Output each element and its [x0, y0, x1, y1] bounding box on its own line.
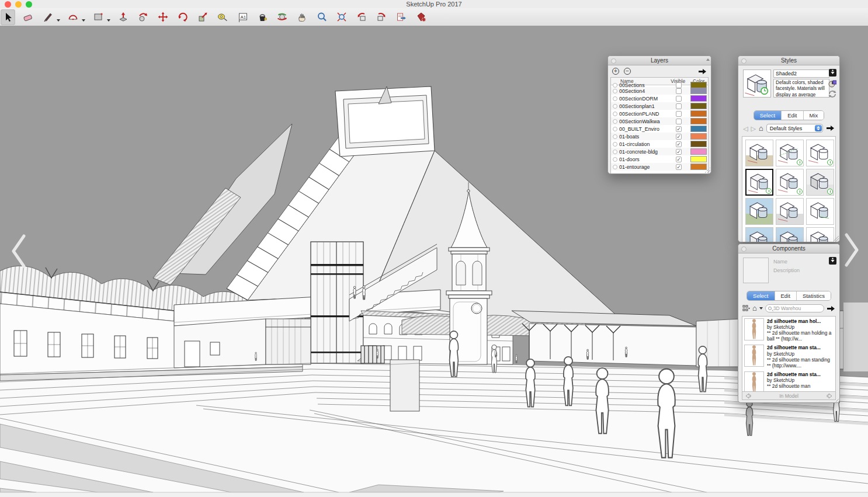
update-style-button[interactable] — [828, 79, 836, 88]
resize-grip[interactable] — [834, 236, 839, 241]
component-list-item[interactable]: 2d silhouette man sta...by SketchUp** 2d… — [742, 343, 835, 369]
layer-row[interactable]: 00Sectionplan1 — [611, 102, 708, 110]
tab-edit[interactable]: Edit — [775, 291, 797, 300]
layer-color-swatch[interactable] — [690, 164, 707, 170]
components-panel-title[interactable]: Components — [738, 244, 839, 253]
visible-checkbox[interactable]: ✓ — [676, 157, 682, 162]
layer-row[interactable]: 01-circulation✓ — [611, 140, 708, 148]
layer-color-swatch[interactable] — [690, 118, 707, 124]
tool-arc-button[interactable] — [65, 9, 80, 25]
panel-close-icon[interactable] — [741, 246, 747, 252]
home-icon[interactable]: ⌂ — [759, 125, 763, 132]
visible-checkbox[interactable]: ✓ — [676, 141, 682, 147]
style-thumbnail[interactable] — [776, 198, 804, 225]
current-layer-radio[interactable] — [613, 127, 617, 131]
back-arrow-icon[interactable]: ◁ — [743, 126, 748, 131]
style-thumbnail[interactable] — [806, 198, 834, 225]
layers-panel-title[interactable]: Layers — [608, 56, 711, 65]
create-style-button[interactable] — [829, 69, 836, 77]
tool-export-button[interactable] — [394, 9, 408, 25]
tool-scale-button[interactable] — [195, 9, 210, 25]
layer-color-swatch[interactable] — [690, 103, 707, 109]
visible-checkbox[interactable]: ✓ — [676, 164, 682, 170]
layers-detail-arrow-icon[interactable] — [698, 68, 707, 75]
style-thumbnail[interactable] — [806, 140, 834, 166]
layer-row[interactable]: 00SectionWalkwa — [611, 117, 708, 125]
style-thumbnail[interactable] — [776, 169, 804, 196]
layer-color-swatch[interactable] — [690, 95, 707, 102]
tool-follow-me-button[interactable] — [136, 9, 150, 25]
forward-arrow-icon[interactable]: ▷ — [751, 126, 755, 131]
tool-rectangle-button[interactable] — [91, 9, 105, 25]
resize-grip[interactable] — [705, 168, 710, 173]
in-model-home-icon[interactable]: ⌂ — [752, 305, 757, 312]
current-layer-radio[interactable] — [613, 96, 617, 101]
layer-color-swatch[interactable] — [690, 141, 707, 147]
layer-color-swatch[interactable] — [690, 148, 707, 155]
panel-close-icon[interactable] — [741, 58, 747, 64]
layer-row[interactable]: 01-entourage✓ — [611, 163, 708, 171]
tool-zoom-extents-button[interactable] — [334, 9, 349, 25]
style-thumbnail[interactable] — [776, 227, 804, 242]
current-layer-radio[interactable] — [613, 112, 617, 116]
add-layer-button[interactable]: + — [612, 68, 619, 75]
component-list-item[interactable]: 2d silhouette man hol...by SketchUp** 2d… — [742, 317, 835, 343]
tool-eraser-button[interactable] — [20, 9, 35, 25]
current-layer-radio[interactable] — [613, 150, 617, 154]
components-detail-arrow-icon[interactable] — [827, 305, 835, 312]
style-thumbnail[interactable] — [745, 198, 773, 225]
arc-dropdown-caret[interactable] — [82, 19, 85, 22]
style-name-field[interactable]: Shaded2 — [773, 69, 829, 78]
current-layer-radio[interactable] — [613, 104, 617, 109]
tool-text-button[interactable]: A1 — [235, 9, 249, 25]
visible-checkbox[interactable] — [676, 82, 682, 88]
tool-paint-bucket-button[interactable] — [255, 9, 269, 25]
layer-color-swatch[interactable] — [690, 110, 707, 117]
style-thumbnail[interactable] — [806, 169, 834, 196]
tool-line-button[interactable] — [40, 9, 55, 25]
current-layer-radio[interactable] — [613, 142, 617, 147]
visible-checkbox[interactable]: ✓ — [676, 149, 682, 155]
layer-color-swatch[interactable] — [690, 126, 707, 132]
layer-row[interactable]: 00SectionDORM — [611, 95, 708, 102]
visible-checkbox[interactable] — [676, 111, 682, 117]
collections-caret-icon[interactable] — [759, 307, 763, 310]
create-component-button[interactable] — [829, 257, 836, 265]
tab-edit[interactable]: Edit — [782, 111, 803, 120]
rectangle-dropdown-caret[interactable] — [107, 19, 110, 22]
tab-statistics[interactable]: Statistics — [797, 291, 831, 300]
current-layer-radio[interactable] — [613, 89, 617, 93]
styles-panel-title[interactable]: Styles — [738, 56, 839, 65]
refresh-styles-icon[interactable] — [828, 90, 836, 98]
line-dropdown-caret[interactable] — [57, 19, 60, 22]
tool-push-pull-button[interactable] — [116, 9, 130, 25]
tool-move-button[interactable] — [155, 9, 170, 25]
visible-checkbox[interactable] — [676, 103, 682, 109]
resize-grip[interactable] — [834, 397, 839, 402]
layer-color-swatch[interactable] — [690, 156, 707, 162]
visible-checkbox[interactable]: ✓ — [676, 134, 682, 140]
panel-close-icon[interactable] — [611, 58, 616, 64]
tab-select[interactable]: Select — [747, 291, 775, 300]
style-collection-dropdown[interactable]: Default Styles — [766, 124, 823, 133]
layer-color-swatch[interactable] — [690, 88, 707, 94]
tool-rotate-button[interactable] — [175, 9, 190, 25]
style-description-field[interactable]: Default colors, shaded facestyle. Materi… — [773, 79, 829, 98]
page-back-icon[interactable] — [745, 393, 751, 399]
visible-checkbox[interactable] — [676, 88, 682, 94]
layer-row[interactable]: 00_BUILT_Enviro✓ — [611, 125, 708, 133]
tool-zoom-button[interactable] — [314, 9, 329, 25]
tool-pan-button[interactable] — [294, 9, 309, 25]
style-thumbnail[interactable] — [745, 169, 773, 196]
tool-tape-measure-button[interactable] — [215, 9, 230, 25]
remove-layer-button[interactable]: − — [624, 68, 631, 75]
scene-prev-arrow[interactable] — [8, 232, 29, 270]
visible-checkbox[interactable] — [676, 119, 682, 124]
current-layer-radio[interactable] — [613, 134, 617, 139]
tab-select[interactable]: Select — [754, 111, 782, 120]
layer-row[interactable]: 01-boats✓ — [611, 133, 708, 140]
tool-select-button[interactable] — [1, 9, 15, 25]
layer-color-swatch[interactable] — [690, 133, 707, 140]
page-forward-icon[interactable] — [827, 393, 833, 399]
tool-previous-view-button[interactable] — [354, 9, 369, 25]
